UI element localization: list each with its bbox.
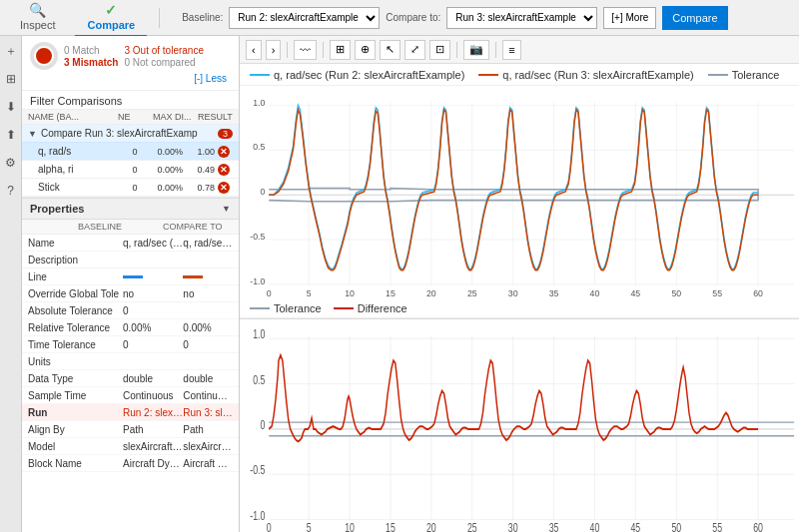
svg-text:-1.0: -1.0	[250, 508, 265, 522]
camera-tool[interactable]: 📷	[463, 40, 489, 60]
top-bar: 🔍 Inspect ✓ Compare Baseline: Run 2: sle…	[0, 0, 799, 36]
help-icon[interactable]: ?	[2, 182, 20, 200]
group-arrow: ▼	[28, 129, 37, 139]
svg-text:35: 35	[549, 520, 559, 532]
download-icon[interactable]: ⬇	[2, 98, 20, 116]
compareto-select[interactable]: Run 3: slexAircraftExample	[446, 7, 597, 29]
svg-text:45: 45	[631, 520, 641, 532]
prop-label-override: Override Global Tole	[28, 288, 123, 299]
comp-maxd-1: 0.49	[183, 165, 215, 175]
comp-icon-0: ✕	[215, 145, 233, 158]
svg-text:25: 25	[467, 287, 477, 298]
prop-row-override: Override Global Tole no no	[22, 285, 239, 302]
comp-maxd-2: 0.78	[183, 183, 215, 193]
left-panel: 0 Match 3 Mismatch 3 Out of tolerance 0 …	[22, 36, 240, 532]
prop-row-name: Name q, rad/sec (Run: q, rad/sec (Run:	[22, 235, 239, 252]
compare-icon: ✓	[105, 2, 117, 18]
tab-compare-label: Compare	[87, 19, 135, 31]
add-icon[interactable]: ＋	[2, 42, 20, 60]
legend-item-diff: Difference	[334, 302, 407, 314]
group-header[interactable]: ▼ Compare Run 3: slexAircraftExamp 3	[22, 125, 239, 143]
prop-row-abstol: Absolute Tolerance 0	[22, 302, 239, 319]
prop-comp-line	[183, 271, 233, 282]
svg-text:35: 35	[549, 287, 559, 298]
inspect-icon: 🔍	[29, 2, 46, 18]
comp-pct-1: 0.00%	[145, 165, 183, 175]
prop-row-reltol: Relative Tolerance 0.00% 0.00%	[22, 319, 239, 336]
svg-text:5: 5	[307, 287, 312, 298]
prop-label-units: Units	[28, 356, 123, 367]
menu-tool[interactable]: ≡	[502, 40, 520, 60]
fit-tool[interactable]: ⊡	[429, 40, 450, 60]
comp-pct-0: 0.00%	[145, 147, 183, 157]
prop-base-blockname: Aircraft Dynam	[123, 458, 183, 469]
window-icon[interactable]: ⊞	[2, 70, 20, 88]
gear-icon[interactable]: ⚙	[2, 154, 20, 172]
comp-row[interactable]: alpha, ri 0 0.00% 0.49 ✕	[22, 161, 239, 179]
prop-base-line	[123, 271, 183, 282]
select-tool[interactable]: ↖	[380, 40, 400, 60]
props-col-compare: COMPARE TO	[163, 222, 233, 232]
prop-comp-sampletime: Continuous	[183, 390, 233, 401]
zoom-box-tool[interactable]: ⊞	[330, 40, 351, 60]
prop-base-datatype: double	[123, 373, 183, 384]
svg-text:15: 15	[386, 520, 396, 532]
prop-comp-reltol: 0.00%	[183, 322, 233, 333]
props-col-empty	[28, 222, 78, 232]
less-link[interactable]: [-] Less	[194, 73, 231, 84]
svg-text:0: 0	[267, 287, 272, 298]
curve-tool[interactable]: 〰	[294, 40, 317, 60]
tab-inspect[interactable]: 🔍 Inspect	[8, 0, 67, 37]
svg-text:55: 55	[712, 287, 722, 298]
compare-button[interactable]: Compare	[662, 6, 727, 30]
prop-comp-alignby: Path	[183, 424, 233, 435]
comp-row[interactable]: Stick 0 0.00% 0.78 ✕	[22, 179, 239, 197]
legend-line-tolerance	[708, 74, 728, 76]
prop-base-run: Run 2: slexAirc	[123, 407, 183, 418]
comp-val-2: 0	[125, 183, 145, 193]
svg-text:10: 10	[345, 287, 355, 298]
prop-row-line: Line	[22, 268, 239, 285]
props-col-baseline: BASELINE	[78, 222, 163, 232]
prop-row-alignby: Align By Path Path	[22, 421, 239, 438]
props-header[interactable]: Properties ▼	[22, 198, 239, 220]
prop-label-desc: Description	[28, 255, 123, 266]
zoom-tool[interactable]: ⊕	[355, 40, 376, 60]
comp-icon-1: ✕	[215, 163, 233, 176]
legend-tol-label: Tolerance	[274, 302, 322, 314]
prop-base-sampletime: Continuous	[123, 390, 183, 401]
svg-text:-0.5: -0.5	[250, 463, 265, 477]
upload-icon[interactable]: ⬆	[2, 126, 20, 144]
filter-col-result: RESULT	[198, 112, 233, 122]
prop-comp-timetol: 0	[183, 339, 233, 350]
more-button[interactable]: [+] More	[603, 7, 656, 29]
lower-chart-svg: 1.0 0.5 0 -0.5 -1.0 0 5 10 15 20	[240, 319, 799, 532]
prop-row-run: Run Run 2: slexAirc Run 3: slexAirc	[22, 404, 239, 421]
prop-row-model: Model slexAircraftExa slexAircraftExa	[22, 438, 239, 455]
svg-text:1.0: 1.0	[253, 97, 265, 108]
tab-compare[interactable]: ✓ Compare	[75, 0, 147, 37]
comp-row[interactable]: q, rad/s 0 0.00% 1.00 ✕	[22, 143, 239, 161]
prop-row-blockname: Block Name Aircraft Dynam Aircraft Dynam	[22, 455, 239, 472]
match-count: 0 Match	[64, 45, 118, 56]
svg-text:45: 45	[631, 287, 641, 298]
filter-col-name: NAME (BA...	[28, 112, 118, 122]
nav-back-button[interactable]: ‹	[246, 40, 262, 60]
status-indicator	[30, 42, 58, 70]
prop-row-units: Units	[22, 353, 239, 370]
tab-inspect-label: Inspect	[20, 19, 55, 31]
svg-text:30: 30	[508, 520, 518, 532]
expand-tool[interactable]: ⤢	[404, 40, 425, 60]
group-title: Compare Run 3: slexAircraftExamp	[41, 128, 214, 139]
prop-comp-name: q, rad/sec (Run:	[183, 238, 233, 249]
chart-lower-legend: Tolerance Difference	[240, 298, 799, 318]
prop-base-abstol: 0	[123, 305, 183, 316]
status-area: 0 Match 3 Mismatch 3 Out of tolerance 0 …	[22, 36, 239, 91]
svg-text:5: 5	[307, 520, 312, 532]
status-counts: 0 Match 3 Mismatch	[64, 45, 118, 68]
svg-text:1.0: 1.0	[253, 327, 265, 341]
baseline-select[interactable]: Run 2: slexAircraftExample	[229, 7, 380, 29]
baseline-label: Baseline:	[182, 12, 223, 23]
svg-text:60: 60	[753, 287, 763, 298]
nav-fwd-button[interactable]: ›	[266, 40, 282, 60]
